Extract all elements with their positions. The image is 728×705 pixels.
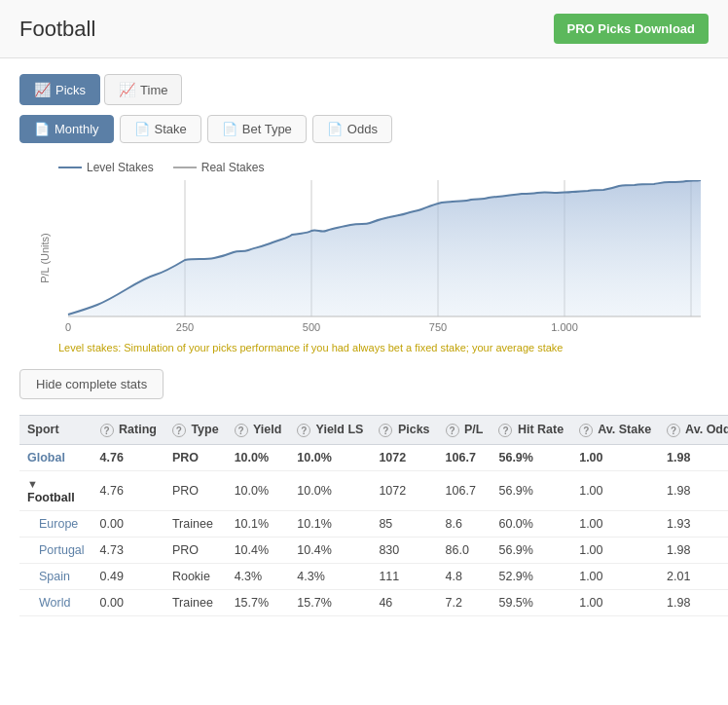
page-title: Football bbox=[19, 17, 95, 42]
tab-picks-label: Picks bbox=[55, 83, 86, 97]
cell-sport: Portugal bbox=[19, 537, 92, 563]
cell-sport: ▼ Football bbox=[19, 470, 92, 510]
cell-av-odds: 1.98 bbox=[659, 537, 728, 563]
table-row: Portugal 4.73 PRO 10.4% 10.4% 830 86.0 5… bbox=[19, 537, 728, 563]
cell-pl: 86.0 bbox=[438, 537, 491, 563]
cell-av-odds: 2.01 bbox=[659, 563, 728, 589]
table-row: Spain 0.49 Rookie 4.3% 4.3% 111 4.8 52.9… bbox=[19, 563, 728, 589]
pro-picks-button[interactable]: PRO Picks Download bbox=[554, 14, 709, 44]
subtab-bet-type[interactable]: 📄 Bet Type bbox=[207, 115, 307, 143]
col-pl: ? P/L bbox=[438, 416, 491, 445]
cell-picks: 1072 bbox=[371, 444, 437, 470]
pl-help-icon[interactable]: ? bbox=[446, 424, 459, 437]
subtab-odds-label: Odds bbox=[347, 122, 378, 136]
subtab-monthly[interactable]: 📄 Monthly bbox=[19, 115, 114, 143]
yield-help-icon[interactable]: ? bbox=[235, 424, 248, 437]
cell-yield-ls: 10.1% bbox=[289, 510, 371, 537]
picks-tab-icon: 📈 bbox=[34, 82, 51, 97]
rating-help-icon[interactable]: ? bbox=[100, 424, 114, 437]
bet-type-icon: 📄 bbox=[222, 122, 237, 136]
cell-hit-rate: 56.9% bbox=[491, 470, 571, 510]
legend-level-stakes: Level Stakes bbox=[58, 161, 154, 174]
cell-av-stake: 1.00 bbox=[571, 470, 659, 510]
chart-svg-wrap: 0 250 500 750 1.000 bbox=[58, 180, 709, 336]
type-help-icon[interactable]: ? bbox=[172, 424, 186, 437]
cell-hit-rate: 56.9% bbox=[491, 537, 571, 563]
subtab-stake-label: Stake bbox=[155, 122, 187, 136]
cell-hit-rate: 56.9% bbox=[491, 444, 571, 470]
stats-table: Sport ? Rating ? Type ? Yield ? bbox=[19, 415, 728, 616]
cell-pl: 4.8 bbox=[438, 563, 491, 589]
monthly-icon: 📄 bbox=[34, 122, 50, 136]
svg-text:500: 500 bbox=[303, 321, 320, 333]
col-type: ? Type bbox=[164, 416, 227, 445]
cell-pl: 106.7 bbox=[438, 470, 491, 510]
cell-rating: 0.00 bbox=[92, 589, 164, 615]
hit-rate-help-icon[interactable]: ? bbox=[498, 424, 512, 437]
subtab-stake[interactable]: 📄 Stake bbox=[120, 115, 201, 143]
legend-real-stakes: Real Stakes bbox=[173, 161, 265, 174]
cell-av-stake: 1.00 bbox=[571, 537, 659, 563]
real-stakes-line bbox=[173, 167, 197, 168]
page-wrapper: Football PRO Picks Download 📈 Picks 📈 Ti… bbox=[0, 0, 728, 705]
cell-yield-ls: 10.4% bbox=[289, 537, 371, 563]
svg-text:0: 0 bbox=[65, 321, 71, 333]
cell-yield-ls: 4.3% bbox=[289, 563, 371, 589]
svg-text:1.000: 1.000 bbox=[551, 321, 578, 333]
time-tab-icon: 📈 bbox=[119, 82, 135, 97]
main-tabs: 📈 Picks 📈 Time bbox=[19, 74, 709, 105]
cell-av-stake: 1.00 bbox=[571, 589, 659, 615]
chart-legend: Level Stakes Real Stakes bbox=[19, 161, 709, 174]
col-av-odds: ? Av. Odds. bbox=[659, 416, 728, 445]
cell-yield: 10.4% bbox=[227, 537, 290, 563]
cell-yield-ls: 10.0% bbox=[289, 470, 371, 510]
cell-sport: World bbox=[19, 589, 92, 615]
level-stakes-label: Level Stakes bbox=[87, 161, 154, 174]
table-row: ▼ Football 4.76 PRO 10.0% 10.0% 1072 106… bbox=[19, 470, 728, 510]
cell-av-odds: 1.98 bbox=[659, 589, 728, 615]
cell-av-stake: 1.00 bbox=[571, 563, 659, 589]
cell-type: Trainee bbox=[164, 510, 227, 537]
chart-wrap: P/L (Units) bbox=[19, 180, 709, 336]
cell-type: PRO bbox=[164, 470, 227, 510]
cell-sport: Europe bbox=[19, 510, 92, 537]
chart-svg: 0 250 500 750 1.000 bbox=[58, 180, 720, 336]
stake-icon: 📄 bbox=[134, 122, 150, 136]
table-body: Global 4.76 PRO 10.0% 10.0% 1072 106.7 5… bbox=[19, 444, 728, 615]
cell-yield: 4.3% bbox=[227, 563, 290, 589]
hide-complete-stats-button[interactable]: Hide complete stats bbox=[19, 369, 164, 399]
col-sport: Sport bbox=[19, 416, 92, 445]
cell-sport: Spain bbox=[19, 563, 92, 589]
cell-rating: 0.49 bbox=[92, 563, 164, 589]
cell-yield: 10.0% bbox=[227, 444, 290, 470]
cell-yield-ls: 15.7% bbox=[289, 589, 371, 615]
cell-hit-rate: 52.9% bbox=[491, 563, 571, 589]
cell-yield-ls: 10.0% bbox=[289, 444, 371, 470]
cell-pl: 7.2 bbox=[438, 589, 491, 615]
odds-icon: 📄 bbox=[327, 122, 343, 136]
av-stake-help-icon[interactable]: ? bbox=[579, 424, 593, 437]
tab-picks[interactable]: 📈 Picks bbox=[19, 74, 100, 105]
tab-time[interactable]: 📈 Time bbox=[104, 74, 182, 105]
subtab-bet-type-label: Bet Type bbox=[242, 122, 292, 136]
av-odds-help-icon[interactable]: ? bbox=[667, 424, 680, 437]
col-picks: ? Picks bbox=[371, 416, 437, 445]
picks-help-icon[interactable]: ? bbox=[379, 424, 392, 437]
expand-arrow-icon[interactable]: ▼ bbox=[27, 478, 38, 490]
cell-yield: 10.0% bbox=[227, 470, 290, 510]
real-stakes-label: Real Stakes bbox=[201, 161, 265, 174]
yield-ls-help-icon[interactable]: ? bbox=[297, 424, 310, 437]
cell-av-odds: 1.98 bbox=[659, 444, 728, 470]
col-rating: ? Rating bbox=[92, 416, 164, 445]
cell-hit-rate: 59.5% bbox=[491, 589, 571, 615]
cell-rating: 4.76 bbox=[92, 470, 164, 510]
svg-text:250: 250 bbox=[176, 321, 194, 333]
subtab-odds[interactable]: 📄 Odds bbox=[312, 115, 392, 143]
cell-picks: 46 bbox=[371, 589, 437, 615]
cell-picks: 85 bbox=[371, 510, 437, 537]
col-hit-rate: ? Hit Rate bbox=[491, 416, 571, 445]
cell-yield: 15.7% bbox=[227, 589, 290, 615]
col-av-stake: ? Av. Stake bbox=[571, 416, 659, 445]
cell-av-odds: 1.98 bbox=[659, 470, 728, 510]
chart-ylabel: P/L (Units) bbox=[39, 233, 51, 283]
